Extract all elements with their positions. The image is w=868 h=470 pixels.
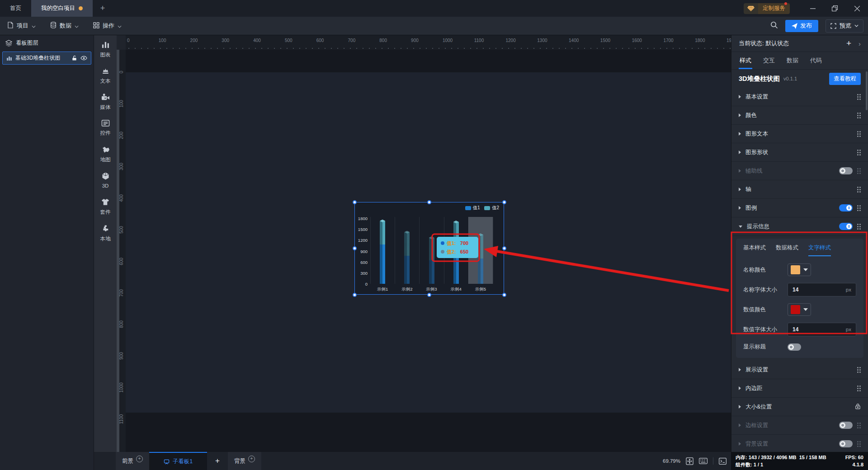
bar-segment-series1[interactable] bbox=[380, 244, 385, 284]
legend-item[interactable]: 值1 bbox=[465, 205, 480, 211]
bar-segment-series1[interactable] bbox=[404, 256, 410, 284]
menu-操作[interactable]: 操作 bbox=[86, 17, 129, 35]
section-颜色[interactable]: 颜色 bbox=[731, 106, 868, 125]
caret-right-icon[interactable] bbox=[739, 132, 741, 136]
bar-segment-series1[interactable] bbox=[429, 260, 434, 284]
color-picker-dropdown[interactable] bbox=[788, 303, 811, 316]
caret-right-icon[interactable] bbox=[739, 386, 741, 390]
restore-button[interactable] bbox=[824, 5, 846, 11]
tutorial-button[interactable]: 查看教程 bbox=[829, 73, 861, 85]
section-展示设置[interactable]: 展示设置 bbox=[731, 361, 868, 379]
legend-item[interactable]: 值2 bbox=[484, 205, 499, 211]
dock-item-套件[interactable]: 套件 bbox=[94, 198, 117, 224]
toggle-on[interactable] bbox=[839, 204, 853, 212]
more-options-icon[interactable] bbox=[857, 205, 861, 211]
more-options-icon[interactable] bbox=[857, 150, 861, 155]
fit-view-icon[interactable] bbox=[686, 457, 693, 465]
tooltip-editor-tab-文字样式[interactable]: 文字样式 bbox=[808, 244, 831, 256]
layer-item-selected[interactable]: 基础3D堆叠柱状图 bbox=[2, 52, 91, 65]
project-tab-active[interactable]: 我的空白项目 bbox=[31, 0, 93, 17]
section-背景设置[interactable]: 背景设置 bbox=[731, 435, 868, 453]
section-图形形状[interactable]: 图形形状 bbox=[731, 143, 868, 162]
console-icon[interactable] bbox=[719, 458, 726, 465]
color-picker-dropdown[interactable] bbox=[788, 263, 811, 276]
tooltip-editor-tab-数据格式[interactable]: 数据格式 bbox=[776, 244, 798, 256]
toggle-off[interactable] bbox=[839, 440, 853, 447]
custom-service-badge[interactable]: 定制服务 bbox=[744, 3, 790, 14]
caret-right-icon[interactable] bbox=[739, 368, 741, 371]
tab-样式[interactable]: 样式 bbox=[740, 52, 751, 69]
chart-component-3d-stacked-bar[interactable]: 值1值20300600900120015001800示例1示例2示例3示例4示例… bbox=[354, 202, 504, 295]
new-tab-button[interactable]: + bbox=[93, 0, 113, 17]
add-background-icon[interactable]: + bbox=[248, 456, 255, 462]
dock-item-本地[interactable]: 本地 bbox=[94, 224, 117, 250]
publish-button[interactable]: 发布 bbox=[785, 20, 818, 32]
toggle-off[interactable] bbox=[839, 422, 853, 429]
section-基本设置[interactable]: 基本设置 bbox=[731, 88, 868, 106]
selection-handle[interactable] bbox=[427, 293, 431, 297]
dock-item-地图[interactable]: 地图 bbox=[94, 146, 117, 172]
background-button[interactable]: 背景+ bbox=[228, 452, 261, 470]
foreground-button[interactable]: 前景+ bbox=[116, 452, 149, 470]
tab-代码[interactable]: 代码 bbox=[810, 52, 822, 69]
selection-handle[interactable] bbox=[502, 293, 506, 297]
selection-handle[interactable] bbox=[502, 246, 506, 250]
more-options-icon[interactable] bbox=[857, 385, 861, 391]
board-tab-active[interactable]: 子看板1 bbox=[149, 452, 207, 470]
toggle-off[interactable] bbox=[788, 343, 801, 351]
more-options-icon[interactable] bbox=[857, 423, 861, 428]
preview-button[interactable]: 预览 bbox=[826, 19, 863, 33]
bar-segment-series1[interactable] bbox=[478, 258, 483, 284]
section-图例[interactable]: 图例 bbox=[731, 199, 868, 217]
bar-segment-series2[interactable] bbox=[380, 221, 385, 244]
selection-handle[interactable] bbox=[353, 293, 357, 297]
keyboard-shortcuts-icon[interactable] bbox=[699, 458, 708, 464]
tab-交互[interactable]: 交互 bbox=[763, 52, 775, 69]
add-board-button[interactable]: + bbox=[207, 452, 228, 470]
section-提示信息[interactable]: 提示信息 bbox=[731, 217, 868, 236]
bar-segment-series2[interactable] bbox=[429, 238, 434, 260]
caret-right-icon[interactable] bbox=[739, 442, 741, 446]
menu-数据[interactable]: 数据 bbox=[43, 17, 86, 35]
caret-down-icon[interactable] bbox=[739, 226, 742, 228]
bar-segment-series2[interactable] bbox=[404, 232, 410, 256]
dock-item-图表[interactable]: 图表 bbox=[94, 41, 117, 67]
dock-item-文本[interactable]: 文本 bbox=[94, 67, 117, 93]
more-options-icon[interactable] bbox=[857, 113, 861, 118]
section-大小&位置[interactable]: 大小&位置 bbox=[731, 398, 868, 416]
more-options-icon[interactable] bbox=[857, 367, 861, 373]
number-input[interactable]: 14px bbox=[788, 323, 856, 336]
section-图形文本[interactable]: 图形文本 bbox=[731, 125, 868, 143]
more-options-icon[interactable] bbox=[857, 131, 861, 137]
scrollbar-thumb[interactable] bbox=[866, 71, 868, 110]
section-内边距[interactable]: 内边距 bbox=[731, 379, 868, 398]
dock-item-控件[interactable]: 控件 bbox=[94, 119, 117, 146]
section-边框设置[interactable]: 边框设置 bbox=[731, 416, 868, 435]
caret-right-icon[interactable] bbox=[739, 188, 741, 191]
more-options-icon[interactable] bbox=[857, 441, 861, 447]
selection-handle[interactable] bbox=[427, 200, 431, 204]
section-辅助线[interactable]: 辅助线 bbox=[731, 162, 868, 180]
minimize-button[interactable] bbox=[802, 6, 824, 11]
selection-handle[interactable] bbox=[502, 200, 506, 204]
dock-item-3D[interactable]: 3D bbox=[94, 172, 117, 198]
tooltip-editor-tab-基本样式[interactable]: 基本样式 bbox=[743, 244, 766, 256]
more-options-icon[interactable] bbox=[857, 187, 861, 193]
selection-handle[interactable] bbox=[353, 246, 357, 250]
caret-right-icon[interactable] bbox=[739, 423, 741, 427]
caret-right-icon[interactable] bbox=[739, 113, 741, 117]
tab-数据[interactable]: 数据 bbox=[787, 52, 798, 69]
number-input[interactable]: 14px bbox=[788, 283, 856, 296]
dock-item-媒体[interactable]: 媒体 bbox=[94, 93, 117, 119]
bar-segment-series2[interactable] bbox=[478, 235, 483, 258]
toggle-on[interactable] bbox=[839, 223, 853, 230]
add-foreground-icon[interactable]: + bbox=[136, 456, 143, 462]
selection-handle[interactable] bbox=[353, 200, 357, 204]
search-icon[interactable] bbox=[770, 21, 778, 30]
menu-项目[interactable]: 项目 bbox=[0, 17, 43, 35]
caret-right-icon[interactable] bbox=[739, 150, 741, 154]
more-options-icon[interactable] bbox=[857, 94, 861, 100]
unlock-icon[interactable] bbox=[71, 55, 77, 61]
caret-right-icon[interactable] bbox=[739, 169, 741, 173]
caret-right-icon[interactable] bbox=[739, 95, 741, 99]
